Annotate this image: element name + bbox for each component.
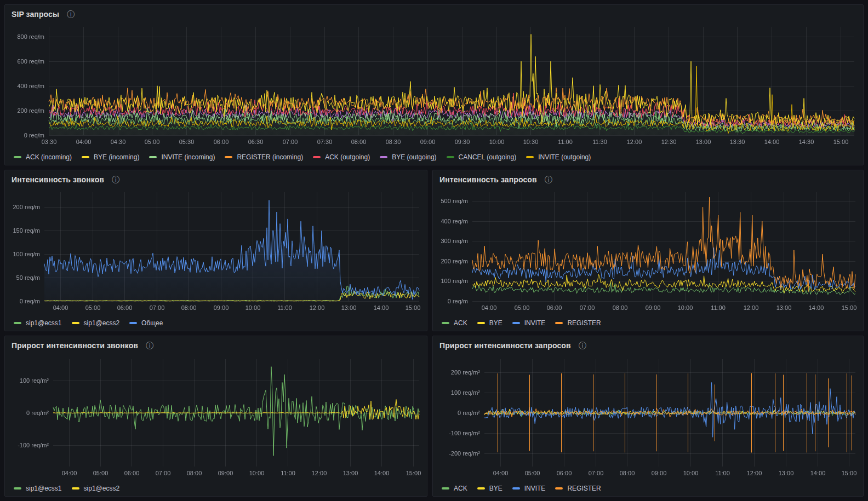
legend-item[interactable]: sip1@ecss1 xyxy=(14,485,62,492)
panel-request-intensity: Интенсивность запросов ⓘ ACKBYEINVITEREG… xyxy=(432,170,864,331)
legend-label: REGISTER xyxy=(567,319,601,327)
info-icon[interactable]: ⓘ xyxy=(112,176,119,183)
series-color-marker xyxy=(526,156,534,158)
info-icon[interactable]: ⓘ xyxy=(579,342,586,349)
series-color-marker xyxy=(512,487,520,490)
panel-sip-requests: SIP запросы ⓘ ACK (incoming)BYE (incomin… xyxy=(4,4,864,165)
request-intensity-legend: ACKBYEINVITEREGISTER xyxy=(433,315,863,334)
legend-item[interactable]: BYE xyxy=(477,319,502,327)
legend-label: sip1@ecss1 xyxy=(26,485,62,492)
series-color-marker xyxy=(129,322,137,324)
panel-call-intensity: Интенсивность звонков ⓘ sip1@ecss1sip1@e… xyxy=(4,170,427,331)
series-color-marker xyxy=(72,487,79,490)
legend-label: INVITE xyxy=(524,485,546,492)
series-color-marker xyxy=(477,322,485,324)
legend-label: REGISTER xyxy=(567,485,601,492)
legend-item[interactable]: INVITE xyxy=(512,485,546,492)
panel-title[interactable]: Прирост интенсивности запросов xyxy=(439,341,571,350)
series-color-marker xyxy=(14,156,21,158)
series-color-marker xyxy=(442,322,449,324)
legend-item[interactable]: REGISTER xyxy=(555,319,601,327)
series-color-marker xyxy=(477,487,485,490)
panel-title[interactable]: Интенсивность звонков xyxy=(12,175,104,184)
series-color-marker xyxy=(149,156,157,158)
legend-item[interactable]: ACK xyxy=(442,319,467,327)
series-color-marker xyxy=(380,156,387,158)
legend-label: INVITE (incoming) xyxy=(161,153,215,161)
legend-item[interactable]: REGISTER (incoming) xyxy=(225,153,303,161)
legend-item[interactable]: sip1@ecss1 xyxy=(14,319,62,327)
legend-item[interactable]: INVITE (outgoing) xyxy=(526,153,591,161)
legend-label: sip1@ecss2 xyxy=(84,319,120,327)
request-intensity-chart[interactable] xyxy=(433,187,863,315)
legend-label: BYE (outgoing) xyxy=(392,153,436,161)
panel-header[interactable]: Прирост интенсивности запросов ⓘ xyxy=(433,336,863,353)
legend-label: ACK (outgoing) xyxy=(325,153,370,161)
panel-title[interactable]: Прирост интенсивности звонков xyxy=(12,341,138,350)
legend-item[interactable]: REGISTER xyxy=(555,485,601,492)
legend-label: BYE (incoming) xyxy=(94,153,139,161)
series-color-marker xyxy=(82,156,89,158)
grafana-dashboard: SIP запросы ⓘ ACK (incoming)BYE (incomin… xyxy=(0,0,868,501)
legend-label: ACK (incoming) xyxy=(26,153,72,161)
info-icon[interactable]: ⓘ xyxy=(545,176,552,183)
panel-title[interactable]: Интенсивность запросов xyxy=(439,175,537,184)
series-color-marker xyxy=(512,322,520,324)
legend-label: ACK xyxy=(454,319,467,327)
legend-item[interactable]: INVITE (incoming) xyxy=(149,153,215,161)
legend-item[interactable]: BYE (incoming) xyxy=(82,153,139,161)
legend-item[interactable]: BYE (outgoing) xyxy=(380,153,436,161)
series-color-marker xyxy=(225,156,232,158)
legend-label: INVITE xyxy=(524,319,546,327)
panel-request-intensity-growth: Прирост интенсивности запросов ⓘ ACKBYEI… xyxy=(432,336,864,497)
call-intensity-chart[interactable] xyxy=(5,187,427,315)
request-intensity-growth-chart[interactable] xyxy=(433,353,863,481)
legend-item[interactable]: CANCEL (outgoing) xyxy=(447,153,517,161)
legend-item[interactable]: INVITE xyxy=(512,319,546,327)
info-icon[interactable]: ⓘ xyxy=(67,10,75,18)
call-intensity-legend: sip1@ecss1sip1@ecss2Общее xyxy=(5,315,427,334)
legend-label: sip1@ecss2 xyxy=(84,485,120,492)
legend-item[interactable]: ACK xyxy=(442,485,467,492)
legend-label: Общее xyxy=(141,319,163,327)
legend-label: INVITE (outgoing) xyxy=(538,153,591,161)
panel-header[interactable]: Интенсивность запросов ⓘ xyxy=(433,170,863,187)
legend-item[interactable]: BYE xyxy=(477,485,502,492)
panel-header[interactable]: Интенсивность звонков ⓘ xyxy=(5,170,427,187)
legend-item[interactable]: sip1@ecss2 xyxy=(72,485,120,492)
legend-label: ACK xyxy=(454,485,467,492)
legend-item[interactable]: ACK (outgoing) xyxy=(313,153,370,161)
panel-call-intensity-growth: Прирост интенсивности звонков ⓘ sip1@ecs… xyxy=(4,336,427,497)
series-color-marker xyxy=(14,487,21,490)
series-color-marker xyxy=(72,322,79,324)
legend-label: BYE xyxy=(489,319,502,327)
legend-item[interactable]: sip1@ecss2 xyxy=(72,319,120,327)
series-color-marker xyxy=(313,156,321,158)
legend-label: REGISTER (incoming) xyxy=(237,153,303,161)
series-color-marker xyxy=(447,156,454,158)
series-color-marker xyxy=(442,487,449,490)
legend-item[interactable]: ACK (incoming) xyxy=(14,153,72,161)
call-intensity-growth-legend: sip1@ecss1sip1@ecss2 xyxy=(5,481,427,499)
panel-header[interactable]: Прирост интенсивности звонков ⓘ xyxy=(5,336,427,353)
legend-label: sip1@ecss1 xyxy=(26,319,62,327)
call-intensity-growth-chart[interactable] xyxy=(5,353,427,481)
sip-requests-legend: ACK (incoming)BYE (incoming)INVITE (inco… xyxy=(5,149,863,168)
sip-requests-chart[interactable] xyxy=(5,21,863,149)
series-color-marker xyxy=(14,322,21,324)
series-color-marker xyxy=(555,322,563,324)
panel-header[interactable]: SIP запросы ⓘ xyxy=(5,5,863,21)
legend-item[interactable]: Общее xyxy=(129,319,163,327)
legend-label: CANCEL (outgoing) xyxy=(459,153,517,161)
legend-label: BYE xyxy=(489,485,502,492)
panel-title[interactable]: SIP запросы xyxy=(12,10,59,19)
info-icon[interactable]: ⓘ xyxy=(146,342,153,349)
series-color-marker xyxy=(555,487,563,490)
request-intensity-growth-legend: ACKBYEINVITEREGISTER xyxy=(433,481,863,499)
